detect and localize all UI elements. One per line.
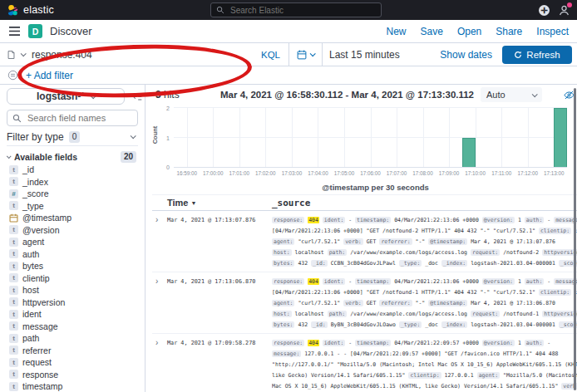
collapse-sidebar-icon[interactable]	[133, 92, 142, 101]
source-field-badge: referrer:	[379, 300, 412, 306]
query-language-button[interactable]: KQL	[258, 50, 288, 60]
chart-bar[interactable]	[554, 108, 567, 167]
source-line: bytes: 432 _id: ByBN_3cB04dGovJLOawo _ty…	[272, 320, 577, 331]
date-picker-button[interactable]	[289, 50, 322, 60]
action-share[interactable]: Share	[496, 26, 522, 37]
field-item-_score[interactable]: #_score	[7, 188, 138, 200]
global-search-input[interactable]	[229, 5, 376, 16]
query-input-wrapper[interactable]	[7, 43, 258, 66]
field-item-_id[interactable]: t_id	[7, 164, 138, 176]
field-item-@timestamp[interactable]: @timestamp	[7, 212, 138, 224]
source-value: [04/Mar/2021:22:13:06 +0000] "GET /notfo…	[272, 228, 535, 234]
source-field-badge: verb:	[343, 238, 363, 245]
source-value: /notfound-2	[503, 249, 539, 256]
source-value: localhost	[295, 249, 324, 256]
source-value: [04/Mar/2021:22:13:06 +0000] "GET /notfo…	[272, 289, 535, 296]
field-item-path[interactable]: tpath	[7, 332, 138, 345]
expand-toggle-icon[interactable]: ›	[155, 277, 167, 331]
source-field-badge: ident:	[323, 340, 345, 346]
index-pattern-select[interactable]: logstash-*	[7, 88, 125, 105]
action-save[interactable]: Save	[421, 26, 443, 37]
action-open[interactable]: Open	[457, 26, 481, 37]
source-value: logstash-2021.03.04-000001	[471, 321, 555, 328]
field-name: response	[22, 370, 58, 380]
discover-content: 3 hits Mar 4, 2021 @ 16:58:30.112 - Mar …	[145, 85, 577, 392]
field-item-_type[interactable]: t_type	[7, 200, 138, 213]
v-gridline	[292, 108, 293, 167]
field-item-agent[interactable]: tagent	[7, 236, 138, 248]
expand-toggle-icon[interactable]: ›	[155, 338, 167, 392]
source-field-badge: host:	[272, 249, 292, 256]
source-field-badge: agent:	[477, 372, 500, 379]
filter-options-icon[interactable]	[7, 70, 18, 81]
field-item-clientip[interactable]: tclientip	[7, 272, 138, 285]
source-value: GET	[367, 300, 377, 306]
source-line: like Gecko) Version/14.1 Safari/605.1.15…	[272, 370, 577, 381]
show-dates-button[interactable]: Show dates	[440, 49, 492, 61]
source-field-badge: clientip:	[408, 372, 441, 379]
fields-sidebar: logstash-* Filter by type 0 Available fi…	[0, 85, 145, 392]
date-field-icon	[9, 213, 18, 223]
saved-query-chevron-icon[interactable]	[21, 51, 27, 56]
source-field-badge: message:	[272, 350, 301, 357]
y-tick-label: 0	[166, 164, 170, 170]
source-value: 04/Mar/2021:22:13:06 +0000	[394, 278, 479, 285]
field-item-_index[interactable]: t_index	[7, 176, 138, 189]
x-axis-label: @timestamp per 30 seconds	[152, 183, 577, 194]
field-item-ident[interactable]: tident	[7, 308, 138, 321]
calendar-icon	[297, 50, 307, 60]
source-value: 1	[518, 217, 521, 223]
source-value: "curl/7.52.1"	[298, 300, 340, 306]
field-item-timestamp[interactable]: ttimestamp	[7, 380, 138, 392]
source-value: /var/www/example.com/logs/access.log	[350, 311, 467, 317]
source-column-header: _source	[272, 198, 310, 208]
help-icon[interactable]: ✛	[539, 5, 550, 16]
y-tick-label: 2	[166, 105, 170, 111]
source-value: Mar 4, 2021 @ 17:13:07.876	[471, 238, 555, 245]
saved-query-icon[interactable]	[7, 50, 16, 60]
field-item-message[interactable]: tmessage	[7, 321, 138, 333]
menu-icon[interactable]	[8, 26, 21, 37]
field-search-input[interactable]	[26, 112, 132, 124]
v-gridline	[239, 108, 240, 167]
table-row: ›Mar 4, 2021 @ 17:09:58.278response: 404…	[152, 333, 577, 392]
time-column-header[interactable]: Time▼	[167, 198, 272, 208]
v-gridline	[265, 108, 266, 167]
field-name: _type	[22, 201, 44, 211]
elastic-brand[interactable]: elastic	[7, 4, 54, 17]
action-new[interactable]: New	[387, 26, 407, 37]
source-value: 1	[518, 340, 521, 346]
field-item-referrer[interactable]: treferrer	[7, 345, 138, 357]
refresh-button[interactable]: Refresh	[502, 46, 572, 64]
table-row: ›Mar 4, 2021 @ 17:13:06.870response: 404…	[152, 272, 577, 333]
field-item-bytes[interactable]: tbytes	[7, 260, 138, 272]
scrollbar[interactable]	[574, 88, 576, 390]
field-item-response[interactable]: tresponse	[7, 369, 138, 381]
field-item-@version[interactable]: t@version	[7, 224, 138, 237]
elastic-logo-icon	[7, 4, 19, 17]
source-field-badge: auth:	[525, 217, 545, 223]
source-value: /var/www/example.com/logs/access.log	[350, 249, 467, 256]
source-field-badge: timestamp:	[355, 217, 391, 223]
user-avatar[interactable]	[558, 4, 570, 17]
expand-toggle-icon[interactable]: ›	[155, 215, 167, 269]
field-item-host[interactable]: thost	[7, 284, 138, 296]
source-line: Mac OS X 10_15_6) AppleWebKit/605.1.15 (…	[272, 381, 577, 392]
field-item-request[interactable]: trequest	[7, 356, 138, 369]
action-inspect[interactable]: Inspect	[536, 26, 569, 37]
filter-by-type[interactable]: Filter by type 0	[7, 131, 138, 146]
field-item-httpversion[interactable]: thttpversion	[7, 296, 138, 309]
query-input[interactable]	[30, 48, 258, 61]
field-search[interactable]	[7, 110, 138, 126]
global-search[interactable]	[210, 2, 382, 17]
add-filter-button[interactable]: + Add filter	[26, 70, 73, 81]
string-field-icon: t	[9, 370, 18, 379]
available-fields-header[interactable]: Available fields 20	[7, 150, 138, 164]
chart-bar[interactable]	[462, 138, 476, 168]
x-tick-label: 17:08:00	[412, 170, 433, 176]
time-range-value[interactable]: Last 15 minutes	[329, 49, 400, 61]
field-item-auth[interactable]: tauth	[7, 248, 138, 261]
source-value: "http://127.0.0.1/" "Mozilla/5.0 (Macint…	[272, 361, 577, 368]
source-field-badge: clientip:	[539, 228, 571, 234]
interval-select[interactable]: Auto	[481, 87, 542, 102]
